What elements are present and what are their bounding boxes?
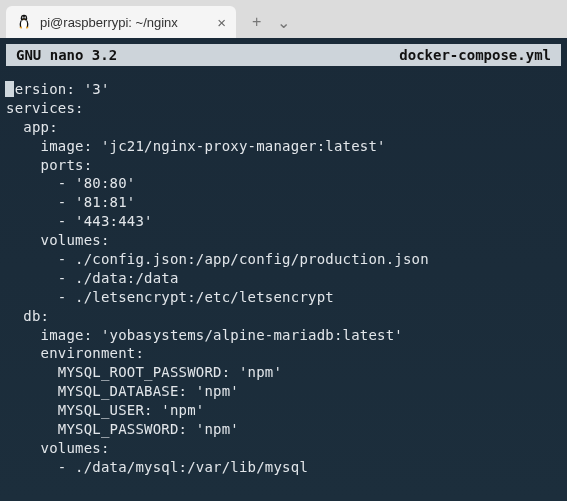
terminal-window[interactable]: GNU nano 3.2 docker-compose.yml version:… (0, 38, 567, 501)
svg-point-4 (25, 17, 26, 18)
new-tab-button[interactable]: + (252, 13, 261, 31)
nano-app-label: GNU nano 3.2 (16, 47, 117, 63)
text-cursor (5, 81, 14, 97)
tux-icon (16, 14, 32, 30)
nano-header: GNU nano 3.2 docker-compose.yml (6, 44, 561, 66)
browser-tab[interactable]: pi@raspberrypi: ~/nginx × (6, 6, 236, 38)
svg-point-5 (21, 20, 27, 28)
tab-list-chevron-icon[interactable]: ⌄ (277, 13, 290, 32)
tab-title: pi@raspberrypi: ~/nginx (40, 15, 209, 30)
tab-actions: + ⌄ (236, 6, 290, 38)
file-content: version: '3' services: app: image: 'jc21… (6, 81, 429, 475)
close-icon[interactable]: × (217, 15, 226, 30)
nano-filename: docker-compose.yml (399, 47, 551, 63)
editor-body[interactable]: version: '3' services: app: image: 'jc21… (6, 66, 561, 477)
svg-point-3 (23, 17, 24, 18)
tab-bar: pi@raspberrypi: ~/nginx × + ⌄ (0, 0, 567, 38)
